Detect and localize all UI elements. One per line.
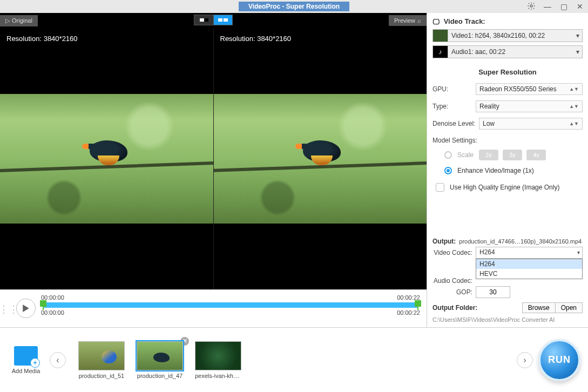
browse-button[interactable]: Browse (522, 302, 555, 313)
original-pane[interactable]: Resolution: 3840*2160 (0, 28, 214, 289)
compare-single-icon[interactable] (194, 15, 213, 25)
video-track-label: Video1: h264, 3840x2160, 00:22 (448, 32, 573, 39)
video-track-header: 🖵 Video Track: (432, 17, 583, 26)
clip-name: production_id_51 (78, 373, 125, 379)
add-media-button[interactable]: Add Media (8, 346, 44, 374)
video-thumb-icon (433, 30, 448, 42)
result-pane[interactable]: Resolution: 3840*2160 (214, 28, 427, 289)
updown-icon: ▲▼ (569, 86, 579, 92)
gpu-label: GPU: (432, 85, 476, 93)
timeline: ⋮⋮ 00:00:00 00:00:22 00:00:00 00:00:22 (0, 289, 427, 327)
clip-name: pexels-ivan-khme (195, 373, 241, 379)
hq-engine-checkbox[interactable] (436, 183, 444, 192)
gpu-value: Radeon RX550/550 Series (479, 85, 557, 93)
compare-split-icon[interactable] (213, 15, 233, 25)
timeline-bot-start: 00:00:00 (41, 309, 64, 316)
clip-thumb (78, 341, 125, 370)
clip-item[interactable]: production_id_51 (76, 341, 127, 379)
video-codec-select[interactable]: H264 ▾ H264 HEVC (476, 247, 583, 259)
clip-thumb (137, 341, 183, 370)
codec-option-h264[interactable]: H264 (476, 259, 582, 269)
audio-track-select[interactable]: ♪ Audio1: aac, 00:22 ▾ (432, 45, 583, 58)
clip-item[interactable]: ✕ production_id_47 (134, 341, 186, 379)
add-media-icon (14, 346, 38, 366)
timeline-bot-end: 00:00:22 (397, 309, 420, 316)
output-folder-label: Output Folder: (432, 304, 477, 312)
bottom-bar: Add Media ‹ production_id_51 ✕ productio… (0, 327, 588, 392)
chevron-down-icon: ▾ (577, 249, 580, 255)
tv-icon: 🖵 (432, 18, 440, 26)
gop-input[interactable] (476, 286, 510, 298)
trim-handle-right[interactable] (415, 300, 421, 310)
codec-option-hevc[interactable]: HEVC (476, 269, 582, 279)
video-codec-label: Video Codec: (432, 249, 472, 256)
gear-icon[interactable] (526, 2, 536, 12)
preview-column: ▷ Original Preview ⌕ Resolution: 3840*21… (0, 13, 427, 327)
video-compare: Resolution: 3840*2160 Resolution: 3840*2… (0, 28, 427, 289)
output-label: Output: (432, 238, 456, 245)
clips-next-button[interactable]: › (517, 352, 533, 368)
updown-icon: ▲▼ (569, 104, 579, 109)
clips-strip: production_id_51 ✕ production_id_47 pexe… (71, 341, 511, 379)
trim-handle-left[interactable] (40, 300, 46, 310)
output-folder-path: C:\Users\MSIF\Videos\VideoProc Converter… (432, 316, 583, 323)
type-label: Type: (432, 103, 476, 110)
svg-point-0 (530, 5, 532, 7)
scale-radio[interactable] (444, 151, 452, 159)
denoise-select[interactable]: Low ▲▼ (479, 118, 583, 130)
scale-label: Scale (457, 151, 474, 159)
preview-label: Preview (394, 17, 415, 24)
add-media-label: Add Media (12, 368, 40, 374)
type-value: Reality (479, 103, 499, 110)
gop-label: GOP: (432, 288, 472, 296)
updown-icon: ▲▼ (569, 121, 579, 126)
search-icon: ⌕ (417, 17, 421, 24)
close-icon[interactable]: ✕ (575, 2, 585, 11)
timeline-track[interactable] (43, 302, 418, 308)
audio-track-label: Audio1: aac, 00:22 (448, 48, 573, 56)
clip-name: production_id_47 (137, 373, 183, 379)
play-icon: ▷ (5, 17, 10, 24)
audio-codec-label: Audio Codec: (432, 277, 472, 285)
video-codec-value: H264 (476, 247, 582, 257)
denoise-value: Low (483, 120, 495, 127)
clip-item[interactable]: pexels-ivan-khme (192, 341, 244, 379)
original-label: Original (12, 17, 32, 24)
preview-chip[interactable]: Preview ⌕ (389, 15, 427, 26)
video-codec-dropdown[interactable]: H264 HEVC (476, 259, 583, 279)
maximize-icon[interactable]: ▢ (559, 2, 569, 11)
chevron-down-icon: ▾ (573, 48, 582, 56)
chevron-down-icon: ▾ (573, 32, 582, 39)
run-label: RUN (548, 354, 571, 366)
video-track-select[interactable]: Video1: h264, 3840x2160, 00:22 ▾ (432, 29, 583, 42)
preview-bar: ▷ Original Preview ⌕ (0, 13, 427, 28)
enhance-radio[interactable] (444, 167, 452, 174)
scale-4x-button[interactable]: 4x (526, 150, 546, 160)
denoise-label: Denoise Level: (432, 120, 479, 127)
hq-engine-label: Use High Quality Engine (Image Only) (450, 184, 559, 191)
original-chip[interactable]: ▷ Original (0, 15, 38, 26)
run-button[interactable]: RUN (538, 339, 580, 381)
clip-thumb (195, 341, 241, 370)
video-track-header-label: Video Track: (444, 17, 485, 25)
clips-prev-button[interactable]: ‹ (50, 352, 66, 368)
enhance-label: Enhance Video/Image (1x) (457, 167, 534, 174)
resolution-label-left: Resolution: 3840*2160 (6, 35, 78, 43)
super-resolution-title: Super Resolution (432, 68, 583, 76)
app-title: VideoProc - Super Resolution (239, 2, 349, 11)
minimize-icon[interactable]: — (543, 2, 552, 11)
titlebar: VideoProc - Super Resolution — ▢ ✕ (0, 0, 588, 13)
scale-3x-button[interactable]: 3x (503, 150, 522, 160)
open-button[interactable]: Open (555, 302, 583, 313)
compare-toggle[interactable] (194, 15, 233, 25)
grip-icon[interactable]: ⋮⋮ (5, 294, 12, 324)
music-icon: ♪ (433, 46, 448, 58)
resolution-label-right: Resolution: 3840*2160 (220, 35, 292, 43)
type-select[interactable]: Reality ▲▼ (476, 100, 583, 112)
scale-2x-button[interactable]: 2x (479, 150, 498, 160)
gpu-select[interactable]: Radeon RX550/550 Series ▲▼ (476, 83, 583, 95)
model-settings-label: Model Settings: (432, 137, 583, 144)
play-button[interactable] (16, 299, 36, 318)
side-panel: 🖵 Video Track: Video1: h264, 3840x2160, … (427, 13, 588, 327)
output-file: production_id_47466…160p)_3840x2160.mp4 (459, 238, 582, 245)
